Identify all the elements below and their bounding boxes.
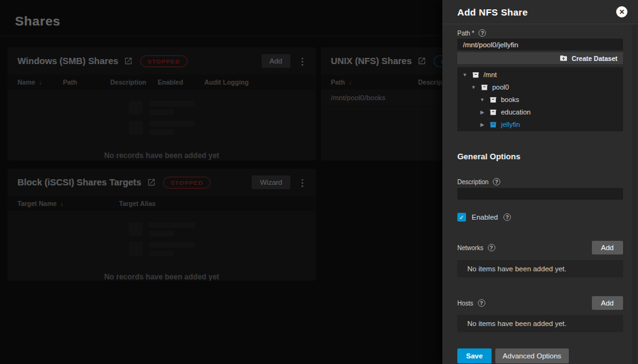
folder-plus-icon [559,54,568,62]
chevron-down-icon[interactable]: ▼ [479,97,485,103]
panel-actions: Save Advanced Options [457,348,623,363]
panel-title: Add NFS Share [457,7,528,17]
enabled-label: Enabled [472,213,498,221]
hosts-empty-message: No items have been added yet. [457,315,623,332]
panel-header: Add NFS Share ✕ [442,0,638,24]
chevron-right-icon[interactable]: ▶ [479,110,485,115]
chevron-right-icon[interactable]: ▶ [479,122,485,128]
general-options-heading: General Options [457,152,623,161]
tree-node-label: jellyfin [501,121,520,128]
networks-section-header: Networks ? Add [457,241,623,254]
close-icon[interactable]: ✕ [616,6,627,17]
tree-node-books[interactable]: ▼ books [457,93,623,106]
save-button[interactable]: Save [457,348,492,363]
chevron-down-icon[interactable]: ▼ [470,85,477,90]
enabled-checkbox-row: ✓ Enabled ? [457,213,623,222]
dataset-icon [489,108,497,116]
path-field-label: Path * ? [457,29,623,37]
tree-node-mnt[interactable]: ▼ /mnt [457,68,623,81]
tree-node-label: /mnt [483,71,497,78]
networks-empty-message: No items have been added yet. [457,260,623,278]
help-icon[interactable]: ? [478,299,485,307]
tree-node-label: pool0 [492,83,509,91]
dataset-icon [472,71,480,79]
panel-scrollbar[interactable] [632,24,637,364]
help-icon[interactable]: ? [478,29,486,37]
chevron-down-icon[interactable]: ▼ [462,72,468,78]
help-icon[interactable]: ? [488,244,495,251]
dataset-icon [489,121,497,129]
enabled-checkbox[interactable]: ✓ [457,213,466,222]
add-network-button[interactable]: Add [592,241,623,254]
description-input[interactable] [457,188,623,200]
tree-node-label: books [501,96,519,103]
tree-node-pool0[interactable]: ▼ pool0 [457,81,623,93]
help-icon[interactable]: ? [493,178,500,185]
tree-node-jellyfin[interactable]: ▶ jellyfin [457,118,623,131]
create-dataset-label: Create Dataset [571,55,617,62]
hosts-label: Hosts ? [457,299,485,307]
networks-label: Networks ? [457,244,495,251]
dataset-tree: ▼ /mnt ▼ pool0 ▼ books ▶ education ▶ [457,67,623,131]
dataset-icon [480,83,488,91]
hosts-section-header: Hosts ? Add [457,296,623,310]
advanced-options-button[interactable]: Advanced Options [495,348,569,363]
add-nfs-share-panel: Add NFS Share ✕ Path * ? Create Dataset … [442,0,638,364]
create-dataset-button[interactable]: Create Dataset [457,52,623,64]
tree-node-education[interactable]: ▶ education [457,106,623,118]
add-host-button[interactable]: Add [592,296,623,310]
help-icon[interactable]: ? [503,213,511,221]
description-field-label: Description ? [457,178,623,185]
dataset-icon [489,96,497,104]
path-input[interactable] [457,39,623,50]
tree-node-label: education [501,108,531,116]
